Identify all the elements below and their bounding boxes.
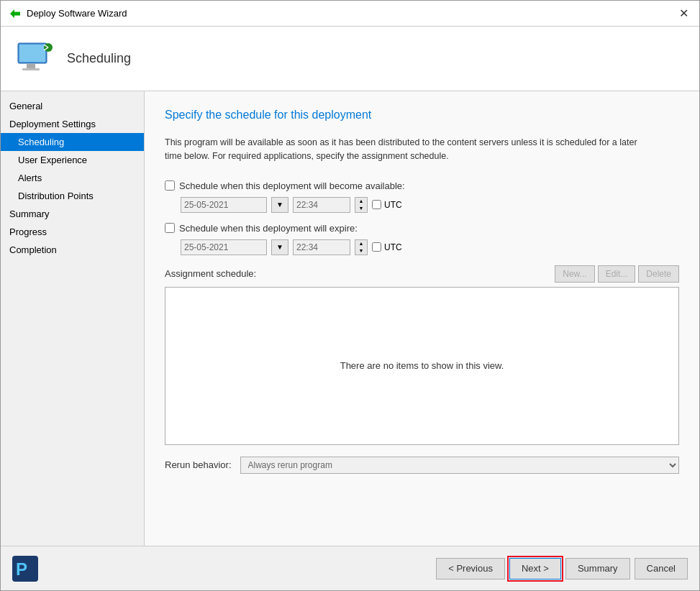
assignment-schedule-row: Assignment schedule: New... Edit... Dele… [165, 265, 679, 283]
next-button[interactable]: Next > [509, 558, 561, 579]
title-bar-left: Deploy Software Wizard [9, 8, 127, 19]
wizard-icon [9, 8, 21, 19]
schedule-available-checkbox[interactable] [165, 180, 175, 191]
schedule-expire-date-row: ▼ ▲ ▼ UTC [181, 239, 679, 255]
previous-button[interactable]: < Previous [436, 558, 505, 579]
schedule-expire-row: Schedule when this deployment will expir… [165, 223, 679, 234]
schedule-expire-label[interactable]: Schedule when this deployment will expir… [165, 223, 358, 234]
expire-time-input[interactable] [293, 239, 350, 255]
cancel-button[interactable]: Cancel [635, 558, 688, 579]
sidebar-item-scheduling[interactable]: Scheduling [1, 133, 144, 151]
content-area: General Deployment Settings Scheduling U… [1, 91, 699, 546]
expire-time-up[interactable]: ▲ [355, 240, 367, 247]
footer-buttons: < Previous Next > Summary Cancel [436, 558, 688, 579]
svg-rect-2 [19, 45, 45, 62]
svg-text:P: P [16, 559, 27, 579]
expire-utc-checkbox[interactable] [372, 242, 381, 252]
list-empty-message: There are no items to show in this view. [340, 360, 504, 371]
available-date-picker-btn[interactable]: ▼ [271, 197, 288, 213]
schedule-available-date-row: ▼ ▲ ▼ UTC [181, 197, 679, 213]
sidebar-item-summary[interactable]: Summary [1, 205, 144, 223]
header-computer-icon [15, 39, 55, 79]
footer-left: P [12, 556, 38, 582]
summary-button[interactable]: Summary [565, 558, 630, 579]
sidebar-item-distribution-points[interactable]: Distribution Points [1, 187, 144, 205]
rerun-row: Rerun behavior: Always rerun program [165, 457, 679, 474]
assignment-schedule-label: Assignment schedule: [165, 268, 256, 279]
header-section: Scheduling [1, 27, 699, 91]
sidebar-item-deployment-settings[interactable]: Deployment Settings [1, 115, 144, 133]
footer: P < Previous Next > Summary Cancel [1, 546, 699, 590]
sidebar-item-alerts[interactable]: Alerts [1, 169, 144, 187]
available-time-spinner: ▲ ▼ [355, 197, 368, 213]
schedule-available-row: Schedule when this deployment will becom… [165, 180, 679, 191]
svg-rect-4 [22, 68, 40, 70]
assignment-btn-group: New... Edit... Delete [555, 265, 679, 283]
header-title: Scheduling [67, 51, 131, 66]
close-button[interactable]: ✕ [676, 6, 691, 21]
wizard-window: Deploy Software Wizard ✕ Scheduling Gene… [0, 0, 700, 591]
available-time-up[interactable]: ▲ [355, 198, 367, 205]
window-title: Deploy Software Wizard [27, 8, 127, 19]
schedule-available-label[interactable]: Schedule when this deployment will becom… [165, 180, 405, 191]
sidebar-item-completion[interactable]: Completion [1, 241, 144, 259]
sidebar-item-user-experience[interactable]: User Experience [1, 151, 144, 169]
rerun-label: Rerun behavior: [165, 459, 232, 470]
schedule-expire-checkbox[interactable] [165, 223, 175, 233]
available-time-down[interactable]: ▼ [355, 205, 367, 212]
description-text: This program will be available as soon a… [165, 136, 654, 163]
footer-logo-icon: P [12, 556, 38, 582]
sidebar-item-progress[interactable]: Progress [1, 223, 144, 241]
edit-button[interactable]: Edit... [598, 265, 636, 283]
available-utc-checkbox[interactable] [372, 200, 381, 209]
rerun-select[interactable]: Always rerun program [240, 457, 680, 474]
expire-date-picker-btn[interactable]: ▼ [271, 239, 288, 255]
svg-marker-0 [10, 9, 20, 18]
assignment-list-view: There are no items to show in this view. [165, 287, 679, 445]
expire-date-input[interactable] [181, 239, 267, 255]
expire-utc-label[interactable]: UTC [372, 242, 402, 252]
expire-time-spinner: ▲ ▼ [355, 239, 368, 255]
new-button[interactable]: New... [555, 265, 594, 283]
main-panel-title: Specify the schedule for this deployment [165, 109, 679, 122]
available-utc-label[interactable]: UTC [372, 200, 402, 210]
available-time-input[interactable] [293, 197, 350, 213]
sidebar: General Deployment Settings Scheduling U… [1, 91, 145, 546]
title-bar: Deploy Software Wizard ✕ [1, 1, 699, 27]
delete-button[interactable]: Delete [638, 265, 679, 283]
expire-time-down[interactable]: ▼ [355, 247, 367, 255]
main-panel: Specify the schedule for this deployment… [145, 91, 699, 546]
sidebar-item-general[interactable]: General [1, 97, 144, 115]
available-date-input[interactable] [181, 197, 267, 213]
svg-rect-3 [27, 64, 35, 68]
